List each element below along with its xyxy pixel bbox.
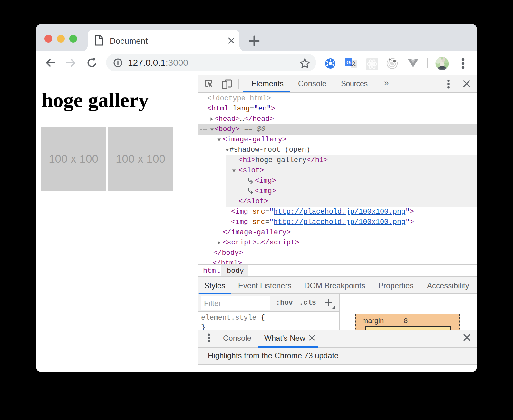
svg-text:G: G bbox=[346, 60, 351, 66]
